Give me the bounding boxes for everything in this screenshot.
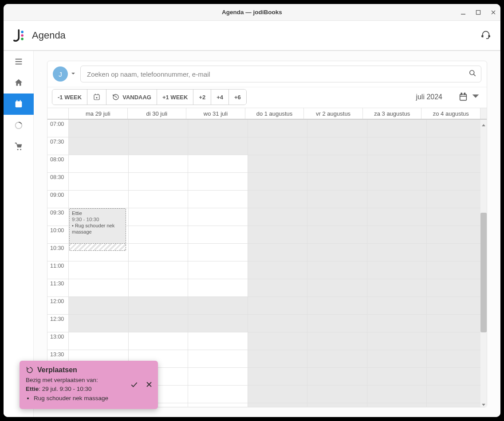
time-slot[interactable] bbox=[427, 279, 487, 296]
time-slot[interactable] bbox=[307, 332, 367, 350]
search-icon[interactable] bbox=[468, 69, 477, 79]
time-slot[interactable] bbox=[367, 403, 427, 407]
time-slot[interactable] bbox=[248, 261, 308, 279]
time-slot[interactable] bbox=[248, 226, 308, 243]
time-slot[interactable] bbox=[129, 173, 189, 190]
time-slot[interactable] bbox=[307, 120, 367, 137]
time-slot[interactable] bbox=[188, 297, 248, 314]
view-select[interactable] bbox=[458, 91, 482, 103]
time-row[interactable]: 09:00 bbox=[47, 191, 487, 208]
day-header[interactable]: zo 4 augustus bbox=[421, 108, 480, 119]
cancel-move-button[interactable] bbox=[145, 380, 154, 390]
support-icon[interactable] bbox=[481, 30, 491, 41]
time-slot[interactable] bbox=[129, 155, 189, 172]
plus6-button[interactable]: +6 bbox=[229, 90, 246, 105]
plus4-button[interactable]: +4 bbox=[211, 90, 229, 105]
time-slot[interactable] bbox=[427, 297, 487, 314]
maximize-button[interactable] bbox=[475, 9, 482, 16]
time-slot[interactable] bbox=[248, 332, 308, 350]
time-slot[interactable] bbox=[367, 226, 427, 243]
time-slot[interactable] bbox=[129, 261, 189, 279]
time-slot[interactable] bbox=[427, 137, 487, 155]
time-slot[interactable] bbox=[248, 350, 308, 367]
today-button[interactable]: VANDAAG bbox=[106, 90, 157, 105]
sidebar-menu-button[interactable] bbox=[4, 51, 34, 72]
time-slot[interactable] bbox=[129, 137, 189, 155]
time-slot[interactable] bbox=[188, 279, 248, 296]
scroll-up-icon[interactable] bbox=[481, 121, 486, 126]
time-slot[interactable] bbox=[367, 244, 427, 261]
time-slot[interactable] bbox=[307, 261, 367, 279]
time-slot[interactable] bbox=[427, 173, 487, 190]
time-slot[interactable] bbox=[248, 173, 308, 190]
time-row[interactable]: 12:30 bbox=[47, 315, 487, 332]
time-slot[interactable] bbox=[367, 279, 427, 296]
time-slot[interactable] bbox=[367, 120, 427, 137]
scroll-thumb[interactable] bbox=[480, 213, 487, 332]
time-slot[interactable] bbox=[427, 155, 487, 172]
time-slot[interactable] bbox=[248, 315, 308, 332]
time-slot[interactable] bbox=[248, 244, 308, 261]
time-slot[interactable] bbox=[129, 297, 189, 314]
time-slot[interactable] bbox=[427, 191, 487, 208]
time-slot[interactable] bbox=[129, 279, 189, 296]
time-row[interactable]: 08:00 bbox=[47, 155, 487, 173]
sidebar-home-button[interactable] bbox=[4, 72, 34, 94]
time-slot[interactable] bbox=[69, 261, 129, 279]
time-slot[interactable] bbox=[188, 386, 248, 403]
sidebar-calendar-button[interactable] bbox=[4, 94, 34, 115]
time-slot[interactable] bbox=[188, 244, 248, 261]
time-slot[interactable] bbox=[188, 208, 248, 226]
time-slot[interactable] bbox=[188, 120, 248, 137]
date-picker-button[interactable] bbox=[87, 90, 106, 105]
time-slot[interactable] bbox=[248, 403, 308, 407]
time-slot[interactable] bbox=[248, 208, 308, 226]
day-header[interactable]: za 3 augustus bbox=[363, 108, 422, 119]
time-row[interactable]: 13:00 bbox=[47, 332, 487, 350]
time-slot[interactable] bbox=[427, 315, 487, 332]
time-slot[interactable] bbox=[188, 261, 248, 279]
sidebar-progress-button[interactable] bbox=[4, 115, 34, 136]
time-slot[interactable] bbox=[367, 191, 427, 208]
time-slot[interactable] bbox=[188, 191, 248, 208]
time-slot[interactable] bbox=[307, 155, 367, 172]
time-slot[interactable] bbox=[367, 350, 427, 367]
time-slot[interactable] bbox=[129, 315, 189, 332]
time-slot[interactable] bbox=[367, 332, 427, 350]
time-slot[interactable] bbox=[129, 120, 189, 137]
time-slot[interactable] bbox=[427, 332, 487, 350]
time-slot[interactable] bbox=[307, 279, 367, 296]
time-row[interactable]: 08:30 bbox=[47, 173, 487, 191]
time-slot[interactable] bbox=[129, 191, 189, 208]
time-slot[interactable] bbox=[427, 208, 487, 226]
time-slot[interactable] bbox=[367, 386, 427, 403]
time-slot[interactable] bbox=[367, 137, 427, 155]
time-slot[interactable] bbox=[129, 208, 189, 226]
time-slot[interactable] bbox=[69, 137, 129, 155]
time-slot[interactable] bbox=[188, 403, 248, 407]
time-slot[interactable] bbox=[248, 368, 308, 385]
time-row[interactable]: 11:00 bbox=[47, 261, 487, 279]
time-slot[interactable] bbox=[188, 137, 248, 155]
time-slot[interactable] bbox=[427, 120, 487, 137]
time-slot[interactable] bbox=[307, 350, 367, 367]
time-slot[interactable] bbox=[367, 155, 427, 172]
confirm-move-button[interactable] bbox=[130, 380, 138, 390]
scroll-down-icon[interactable] bbox=[481, 401, 486, 405]
time-slot[interactable] bbox=[69, 191, 129, 208]
time-slot[interactable] bbox=[69, 173, 129, 190]
time-slot[interactable] bbox=[307, 191, 367, 208]
day-header[interactable]: ma 29 juli bbox=[69, 108, 128, 119]
day-header[interactable]: wo 31 juli bbox=[186, 108, 245, 119]
time-slot[interactable] bbox=[427, 261, 487, 279]
time-slot[interactable] bbox=[69, 332, 129, 350]
time-slot[interactable] bbox=[307, 386, 367, 403]
time-slot[interactable] bbox=[367, 315, 427, 332]
time-slot[interactable] bbox=[248, 191, 308, 208]
close-button[interactable] bbox=[490, 9, 497, 16]
time-slot[interactable] bbox=[248, 137, 308, 155]
appointment-ghost[interactable]: Ettie 9:30 - 10:30 • Rug schouder nek ma… bbox=[69, 208, 126, 244]
prev-week-button[interactable]: -1 WEEK bbox=[52, 90, 87, 105]
time-slot[interactable] bbox=[129, 244, 189, 261]
time-slot[interactable] bbox=[307, 173, 367, 190]
